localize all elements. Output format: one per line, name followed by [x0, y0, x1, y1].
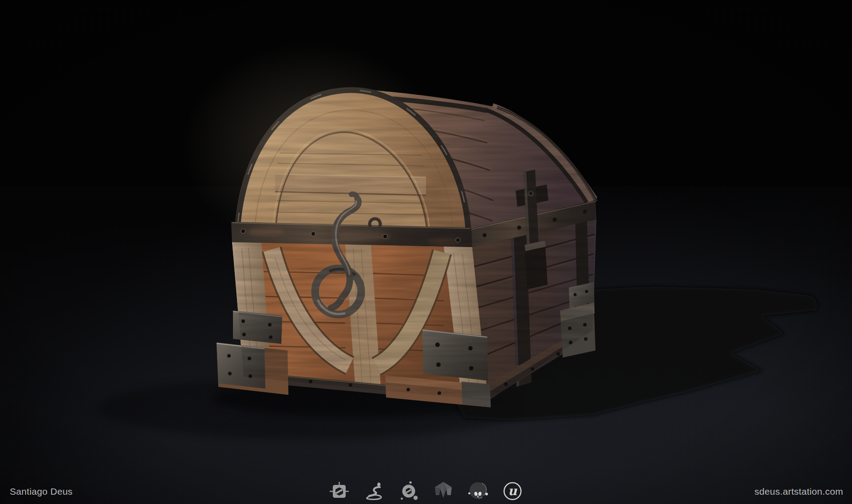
artwork-stage: Santiago Deus sdeus.artstation.com	[0, 0, 852, 504]
software-icon-row: u	[0, 479, 852, 503]
unreal-engine-icon: u	[502, 480, 523, 502]
treasure-chest-render	[0, 0, 852, 504]
megascans-icon	[433, 480, 454, 502]
substance-painter-icon	[329, 480, 350, 502]
marmoset-toolbag-skull-icon	[467, 480, 489, 502]
substance-designer-icon	[398, 480, 419, 502]
svg-text:u: u	[508, 484, 517, 498]
vignette	[0, 0, 852, 504]
zbrush-icon	[363, 480, 385, 502]
